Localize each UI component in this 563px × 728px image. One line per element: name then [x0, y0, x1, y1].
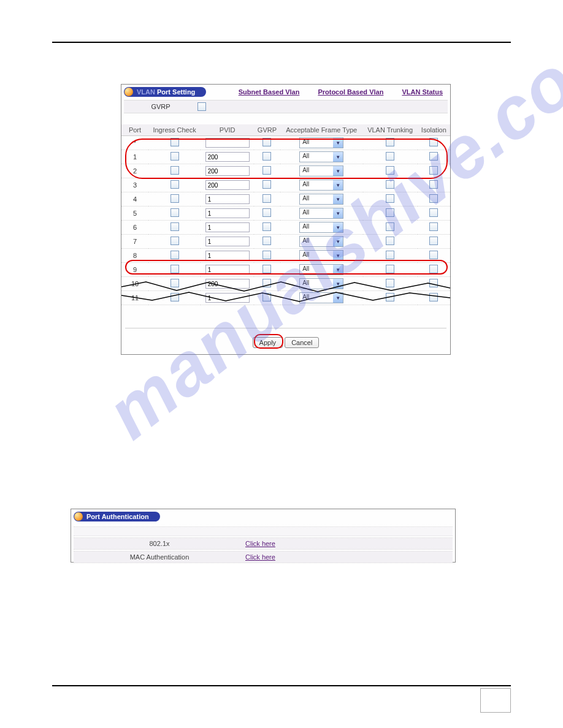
cell-isolation [418, 164, 450, 178]
aft-select[interactable]: All▼ [299, 236, 343, 247]
pvid-input[interactable] [205, 166, 250, 176]
pvid-input[interactable] [205, 237, 250, 246]
ingress-checkbox[interactable] [170, 166, 179, 175]
ingress-checkbox[interactable] [170, 180, 179, 189]
ingress-checkbox[interactable] [170, 152, 179, 161]
chevron-down-icon: ▼ [333, 180, 343, 190]
ingress-checkbox[interactable] [170, 237, 179, 245]
ingress-checkbox[interactable] [170, 222, 179, 231]
cell-gvrp [254, 150, 280, 164]
isolation-checkbox[interactable] [429, 251, 438, 259]
trunking-checkbox[interactable] [386, 265, 394, 273]
cell-pvid [201, 164, 254, 178]
cell-trunking [363, 164, 418, 178]
cell-isolation [418, 136, 450, 150]
gvrp-checkbox[interactable] [262, 152, 271, 161]
gvrp-checkbox[interactable] [262, 166, 271, 175]
col-port: Port [121, 124, 148, 136]
cell-ingress [148, 164, 201, 178]
ingress-checkbox[interactable] [170, 138, 179, 146]
link-vlan-status[interactable]: VLAN Status [402, 88, 443, 96]
table-row: 7All▼ [121, 235, 450, 249]
trunking-checkbox[interactable] [386, 208, 394, 217]
trunking-checkbox[interactable] [386, 152, 394, 161]
table-row: 6All▼ [121, 221, 450, 235]
aft-select[interactable]: All▼ [299, 250, 343, 261]
apply-button[interactable]: Apply [253, 337, 283, 348]
link-subnet-based-vlan[interactable]: Subnet Based Vlan [239, 88, 300, 96]
link-protocol-based-vlan[interactable]: Protocol Based Vlan [318, 88, 383, 96]
gvrp-checkbox[interactable] [262, 237, 271, 245]
link-8021x[interactable]: Click here [245, 540, 275, 547]
cell-gvrp [254, 164, 280, 178]
trunking-checkbox[interactable] [386, 166, 394, 175]
panel-header-2: Port Authentication [71, 509, 455, 523]
cell-gvrp [254, 249, 280, 263]
isolation-checkbox[interactable] [429, 166, 438, 175]
ingress-checkbox[interactable] [170, 265, 179, 273]
pvid-input[interactable] [205, 265, 250, 275]
isolation-checkbox[interactable] [429, 152, 438, 161]
pvid-input[interactable] [205, 222, 250, 232]
chevron-down-icon: ▼ [333, 222, 343, 232]
gvrp-checkbox[interactable] [262, 222, 271, 231]
aft-select-value: All [300, 138, 333, 148]
ingress-checkbox[interactable] [170, 194, 179, 203]
gvrp-checkbox[interactable] [262, 138, 271, 146]
vlan-port-table: Port Ingress Check PVID GVRP Acceptable … [121, 124, 450, 305]
trunking-checkbox[interactable] [386, 222, 394, 231]
pvid-input[interactable] [205, 251, 250, 260]
aft-select[interactable]: All▼ [299, 180, 343, 191]
cancel-button[interactable]: Cancel [285, 337, 319, 348]
trunking-checkbox[interactable] [386, 138, 394, 146]
cell-aft: All▼ [280, 178, 363, 192]
cell-isolation [418, 207, 450, 221]
cell-trunking [363, 249, 418, 263]
chevron-down-icon: ▼ [333, 152, 343, 162]
gvrp-checkbox[interactable] [262, 180, 271, 189]
link-mac-auth[interactable]: Click here [245, 553, 275, 561]
pvid-input[interactable] [205, 138, 250, 148]
pvid-input[interactable] [205, 152, 250, 162]
isolation-checkbox[interactable] [429, 237, 438, 245]
chevron-down-icon: ▼ [333, 138, 343, 148]
chevron-down-icon: ▼ [333, 237, 343, 246]
cell-ingress [148, 136, 201, 150]
gvrp-global-checkbox[interactable] [197, 102, 206, 111]
aft-select[interactable]: All▼ [299, 264, 343, 275]
cell-isolation [418, 263, 450, 277]
aft-select[interactable]: All▼ [299, 137, 343, 148]
chevron-down-icon: ▼ [333, 265, 343, 275]
isolation-checkbox[interactable] [429, 194, 438, 203]
cell-pvid [201, 150, 254, 164]
panel-title-pill: VLAN Port Setting [124, 87, 206, 97]
cell-aft: All▼ [280, 207, 363, 221]
isolation-checkbox[interactable] [429, 180, 438, 189]
trunking-checkbox[interactable] [386, 237, 394, 245]
aft-select[interactable]: All▼ [299, 208, 343, 219]
ingress-checkbox[interactable] [170, 251, 179, 259]
isolation-checkbox[interactable] [429, 222, 438, 231]
ingress-checkbox[interactable] [170, 208, 179, 217]
isolation-checkbox[interactable] [429, 138, 438, 146]
gvrp-checkbox[interactable] [262, 265, 271, 273]
trunking-checkbox[interactable] [386, 194, 394, 203]
gvrp-checkbox[interactable] [262, 194, 271, 203]
cell-trunking [363, 192, 418, 207]
gvrp-checkbox[interactable] [262, 251, 271, 259]
aft-select[interactable]: All▼ [299, 194, 343, 205]
trunking-checkbox[interactable] [386, 180, 394, 189]
pvid-input[interactable] [205, 194, 250, 204]
cell-ingress [148, 263, 201, 277]
isolation-checkbox[interactable] [429, 208, 438, 217]
table-row: 5All▼ [121, 207, 450, 221]
gvrp-checkbox[interactable] [262, 208, 271, 217]
aft-select[interactable]: All▼ [299, 222, 343, 233]
isolation-checkbox[interactable] [429, 265, 438, 273]
aft-select[interactable]: All▼ [299, 165, 343, 176]
pvid-input[interactable] [205, 180, 250, 190]
cell-pvid [201, 136, 254, 150]
trunking-checkbox[interactable] [386, 251, 394, 259]
aft-select[interactable]: All▼ [299, 151, 343, 162]
pvid-input[interactable] [205, 208, 250, 218]
